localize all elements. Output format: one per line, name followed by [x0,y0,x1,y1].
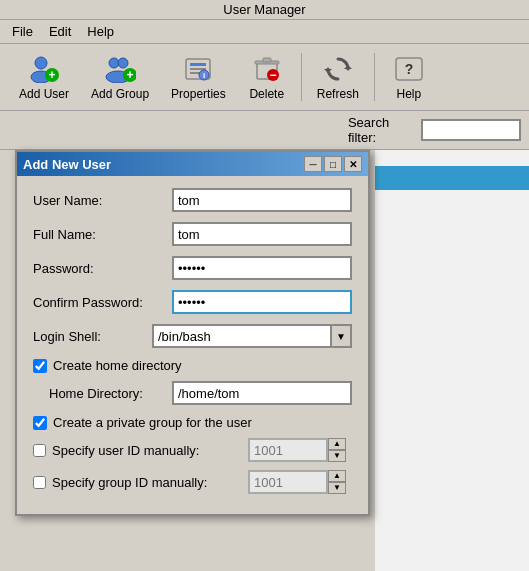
svg-marker-21 [324,69,332,73]
toolbar: + Add User + Add Group i [0,44,529,111]
confirm-password-row: Confirm Password: [33,290,352,314]
private-group-row: Create a private group for the user [33,415,352,430]
menu-help[interactable]: Help [79,22,122,41]
uid-spin-down[interactable]: ▼ [328,450,346,462]
password-row: Password: [33,256,352,280]
uid-row: Specify user ID manually: ▲ ▼ [33,438,352,462]
refresh-button[interactable]: Refresh [306,48,370,106]
svg-text:+: + [127,68,134,82]
private-group-checkbox[interactable] [33,416,47,430]
svg-marker-20 [344,65,352,69]
svg-text:−: − [269,68,276,82]
delete-icon: − [251,53,283,85]
gid-label: Specify group ID manually: [52,475,242,490]
shell-input[interactable] [152,324,330,348]
home-dir-row: Home Directory: [49,381,352,405]
username-input[interactable] [172,188,352,212]
search-bar: Search filter: [0,111,529,150]
password-label: Password: [33,261,172,276]
search-input[interactable] [421,119,521,141]
password-input[interactable] [172,256,352,280]
uid-spin-up[interactable]: ▲ [328,438,346,450]
dialog-title-bar: Add New User ─ □ ✕ [17,152,368,176]
dialog-maximize-button[interactable]: □ [324,156,342,172]
toolbar-separator [301,53,302,101]
toolbar-separator-2 [374,53,375,101]
uid-spin-buttons: ▲ ▼ [328,438,346,462]
add-user-label: Add User [19,87,69,101]
create-home-checkbox[interactable] [33,359,47,373]
uid-label: Specify user ID manually: [52,443,242,458]
svg-text:+: + [49,68,56,82]
gid-spin-up[interactable]: ▲ [328,470,346,482]
confirm-password-label: Confirm Password: [33,295,172,310]
properties-label: Properties [171,87,226,101]
app-title: User Manager [223,2,305,17]
refresh-label: Refresh [317,87,359,101]
gid-spin: ▲ ▼ [248,470,346,494]
right-panel [375,150,529,571]
uid-input [248,438,328,462]
svg-rect-17 [263,58,271,62]
home-dir-label: Home Directory: [49,386,172,401]
gid-spin-buttons: ▲ ▼ [328,470,346,494]
svg-point-0 [35,57,47,69]
dialog-minimize-button[interactable]: ─ [304,156,322,172]
properties-icon: i [182,53,214,85]
dialog-body: User Name: Full Name: Password: Confirm … [17,176,368,514]
username-row: User Name: [33,188,352,212]
confirm-password-input[interactable] [172,290,352,314]
help-icon: ? [393,53,425,85]
help-button[interactable]: ? Help [379,48,439,106]
fullname-row: Full Name: [33,222,352,246]
refresh-icon [322,53,354,85]
add-user-icon: + [28,53,60,85]
fullname-label: Full Name: [33,227,172,242]
private-group-label: Create a private group for the user [53,415,252,430]
blue-bar [375,166,529,190]
main-area: Add New User ─ □ ✕ User Name: Full Name: [0,150,529,571]
properties-button[interactable]: i Properties [160,48,237,106]
add-new-user-dialog: Add New User ─ □ ✕ User Name: Full Name: [15,150,370,516]
menu-file[interactable]: File [4,22,41,41]
home-dir-input[interactable] [172,381,352,405]
delete-label: Delete [249,87,284,101]
gid-input [248,470,328,494]
menu-bar: File Edit Help [0,20,529,44]
delete-button[interactable]: − Delete [237,48,297,106]
username-label: User Name: [33,193,172,208]
svg-text:i: i [203,71,205,80]
search-label: Search filter: [348,115,415,145]
svg-rect-10 [190,63,206,66]
add-group-label: Add Group [91,87,149,101]
title-bar: User Manager [0,0,529,20]
dialog-title: Add New User [23,157,111,172]
svg-point-5 [118,58,128,68]
fullname-input[interactable] [172,222,352,246]
specify-uid-checkbox[interactable] [33,444,46,457]
gid-spin-down[interactable]: ▼ [328,482,346,494]
create-home-label: Create home directory [53,358,182,373]
add-user-button[interactable]: + Add User [8,48,80,106]
menu-edit[interactable]: Edit [41,22,79,41]
svg-text:?: ? [405,61,414,77]
shell-dropdown-button[interactable]: ▼ [330,324,352,348]
dialog-controls: ─ □ ✕ [304,156,362,172]
gid-row: Specify group ID manually: ▲ ▼ [33,470,352,494]
help-label: Help [396,87,421,101]
dialog-overlay: Add New User ─ □ ✕ User Name: Full Name: [15,150,370,516]
specify-gid-checkbox[interactable] [33,476,46,489]
add-group-icon: + [104,53,136,85]
uid-spin: ▲ ▼ [248,438,346,462]
svg-rect-12 [190,72,200,74]
shell-container: ▼ [152,324,352,348]
dialog-close-button[interactable]: ✕ [344,156,362,172]
add-group-button[interactable]: + Add Group [80,48,160,106]
shell-label: Login Shell: [33,329,152,344]
shell-row: Login Shell: ▼ [33,324,352,348]
create-home-row: Create home directory [33,358,352,373]
